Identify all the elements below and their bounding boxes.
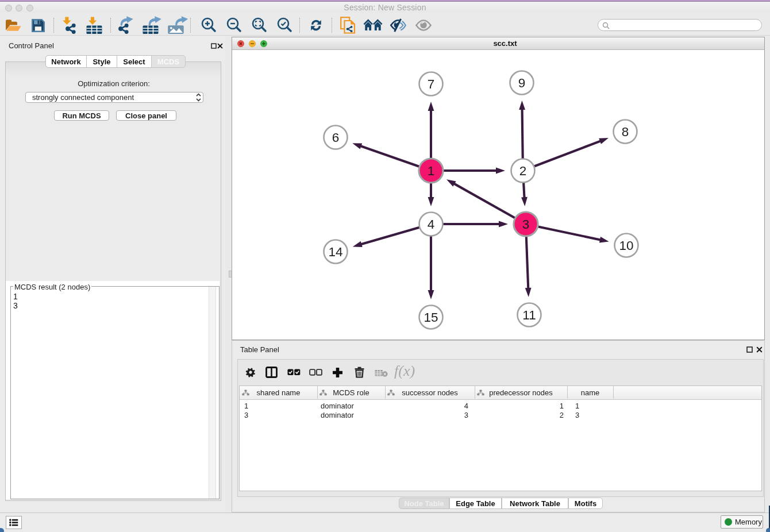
svg-text:2: 2	[519, 164, 527, 178]
svg-text:14: 14	[328, 245, 342, 259]
svg-text:3: 3	[522, 217, 530, 232]
svg-text:15: 15	[424, 310, 438, 325]
svg-text:7: 7	[428, 77, 435, 91]
svg-text:6: 6	[332, 130, 340, 145]
svg-text:1: 1	[428, 164, 435, 178]
svg-text:4: 4	[428, 217, 435, 232]
svg-text:10: 10	[619, 238, 633, 253]
svg-text:9: 9	[518, 76, 526, 90]
svg-text:11: 11	[522, 308, 536, 322]
svg-text:8: 8	[622, 125, 629, 139]
